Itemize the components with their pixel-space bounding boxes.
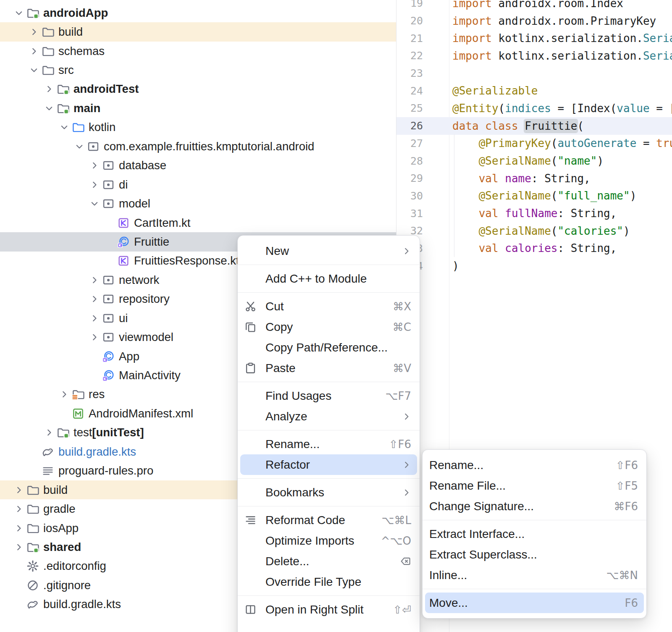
menu-item-label: Add C++ to Module <box>265 272 367 286</box>
line-number[interactable]: 30 <box>396 190 449 202</box>
menu-item-rename[interactable]: Rename...⇧F6 <box>240 434 417 454</box>
code-line[interactable]: 31 val fullName: String, <box>396 205 672 222</box>
menu-item-cut[interactable]: Cut⌘X <box>240 296 417 317</box>
code-token: @SerialName <box>479 189 551 202</box>
chevron-right-icon[interactable] <box>42 83 56 95</box>
code-line[interactable]: 28 @SerialName("name") <box>396 152 672 170</box>
code-line[interactable]: 24@Serializable <box>396 82 672 100</box>
chevron-right-icon[interactable] <box>42 426 56 439</box>
chevron-down-icon[interactable] <box>57 121 71 134</box>
menu-item-optimize-imports[interactable]: Optimize Imports^⌥O <box>240 530 417 551</box>
menu-item-extract-interface[interactable]: Extract Interface... <box>425 524 644 544</box>
menu-item-find-usages[interactable]: Find Usages⌥F7 <box>240 385 417 406</box>
menu-item-change-signature[interactable]: Change Signature...⌘F6 <box>425 496 644 517</box>
tree-item-cartitem-kt[interactable]: CartItem.kt <box>0 213 396 232</box>
tree-item-androidapp[interactable]: androidApp <box>0 3 396 22</box>
chevron-down-icon[interactable] <box>87 197 102 210</box>
code-line[interactable]: 22import kotlinx.serialization.Serializa… <box>396 47 672 65</box>
chevron-right-icon[interactable] <box>87 274 102 286</box>
menu-item-analyze[interactable]: Analyze <box>240 406 417 427</box>
chevron-right-icon[interactable] <box>12 503 26 515</box>
menu-item-refactor[interactable]: Refactor <box>240 454 417 475</box>
code-line[interactable]: 27 @PrimaryKey(autoGenerate = true) <box>396 135 672 152</box>
menu-item-copy[interactable]: Copy⌘C <box>240 317 417 337</box>
menu-shortcut: ⇧⏎ <box>393 603 411 616</box>
line-number[interactable]: 21 <box>396 32 449 45</box>
code-token: class <box>485 120 518 132</box>
tree-item-database[interactable]: database <box>0 156 396 175</box>
tree-item-main[interactable]: main <box>0 99 396 118</box>
tree-item-com-example-fruitties-kmptutorial-android[interactable]: com.example.fruitties.kmptutorial.androi… <box>0 137 396 156</box>
menu-item-move[interactable]: Move...F6 <box>425 593 644 613</box>
code-line[interactable]: 21import kotlinx.serialization.SerialNam… <box>396 29 672 47</box>
code-line[interactable]: 20import androidx.room.PrimaryKey <box>396 12 672 30</box>
chevron-right-icon[interactable] <box>27 45 41 58</box>
line-number[interactable]: 20 <box>396 15 449 27</box>
menu-item-reformat-code[interactable]: Reformat Code⌥⌘L <box>240 510 417 530</box>
menu-item-rename-file[interactable]: Rename File...⇧F5 <box>425 475 644 496</box>
menu-item-paste[interactable]: Paste⌘V <box>240 358 417 378</box>
code-text: data class Fruittie( <box>449 120 584 132</box>
menu-item-copy-path-reference[interactable]: Copy Path/Reference... <box>240 337 417 358</box>
chevron-right-icon[interactable] <box>87 178 102 191</box>
chevron-right-icon[interactable] <box>87 159 102 172</box>
menu-item-bookmarks[interactable]: Bookmarks <box>240 482 417 503</box>
line-number[interactable]: 19 <box>396 0 449 9</box>
code-line[interactable]: 23 <box>396 65 672 82</box>
chevron-down-icon[interactable] <box>72 140 87 153</box>
line-number[interactable]: 28 <box>396 155 449 167</box>
menu-item-new[interactable]: New <box>240 241 417 261</box>
code-line[interactable]: 30 @SerialName("full_name") <box>396 187 672 205</box>
tree-item-di[interactable]: di <box>0 175 396 194</box>
tree-item-kotlin[interactable]: kotlin <box>0 118 396 137</box>
menu-item-add-c-to-module[interactable]: Add C++ to Module <box>240 268 417 289</box>
menu-item-label: Reformat Code <box>265 514 345 527</box>
code-line[interactable]: 33 val calories: String, <box>396 240 672 257</box>
menu-item-extract-superclass[interactable]: Extract Superclass... <box>425 544 644 565</box>
chevron-right-icon[interactable] <box>87 331 102 344</box>
menu-item-right: ^⌥O <box>381 535 411 547</box>
code-line[interactable]: 29 val name: String, <box>396 170 672 187</box>
line-number[interactable]: 22 <box>396 50 449 62</box>
line-number[interactable]: 27 <box>396 137 449 149</box>
code-line[interactable]: 34) <box>396 257 672 275</box>
line-number[interactable]: 23 <box>396 67 449 79</box>
code-token <box>452 189 479 202</box>
line-number[interactable]: 31 <box>396 207 449 220</box>
chevron-right-icon[interactable] <box>12 541 26 553</box>
chevron-right-icon[interactable] <box>57 388 71 401</box>
code-token: val <box>479 172 499 185</box>
chevron-right-icon[interactable] <box>87 312 102 325</box>
line-number[interactable]: 25 <box>396 102 449 114</box>
tree-item-src[interactable]: src <box>0 60 396 79</box>
chevron-right-icon[interactable] <box>87 293 102 305</box>
line-number[interactable]: 26 <box>396 120 449 132</box>
line-number[interactable]: 24 <box>396 85 449 97</box>
tree-item-label: MainActivity <box>119 369 181 382</box>
menu-item-override-file-type[interactable]: Override File Type <box>240 572 417 592</box>
tree-item-build[interactable]: build <box>0 22 396 41</box>
chevron-right-icon[interactable] <box>12 484 26 496</box>
code-token: @PrimaryKey <box>479 137 551 149</box>
tree-item-androidtest[interactable]: androidTest <box>0 80 396 99</box>
code-token <box>452 172 479 185</box>
menu-item-inline[interactable]: Inline...⌥⌘N <box>425 565 644 585</box>
code-line[interactable]: 32 @SerialName("calories") <box>396 222 672 240</box>
menu-item-open-in-right-split[interactable]: Open in Right Split⇧⏎ <box>240 599 417 620</box>
menu-separator <box>238 265 420 265</box>
line-number[interactable]: 29 <box>396 172 449 184</box>
chevron-down-icon[interactable] <box>42 102 56 115</box>
code-line-current[interactable]: 26data class Fruittie( <box>396 117 672 135</box>
code-token: import <box>452 0 492 10</box>
chevron-right-icon[interactable] <box>12 522 26 535</box>
tree-item-label: src <box>58 63 74 77</box>
code-line[interactable]: 19import androidx.room.Index <box>396 0 672 12</box>
code-line[interactable]: 25@Entity(indices = [Index(value = ["nam… <box>396 100 672 117</box>
menu-item-rename[interactable]: Rename...⇧F6 <box>425 455 644 475</box>
chevron-down-icon[interactable] <box>12 7 26 19</box>
chevron-right-icon[interactable] <box>27 26 41 38</box>
tree-item-schemas[interactable]: schemas <box>0 42 396 60</box>
menu-item-delete[interactable]: Delete... <box>240 551 417 572</box>
chevron-down-icon[interactable] <box>27 64 41 76</box>
tree-item-model[interactable]: model <box>0 194 396 213</box>
